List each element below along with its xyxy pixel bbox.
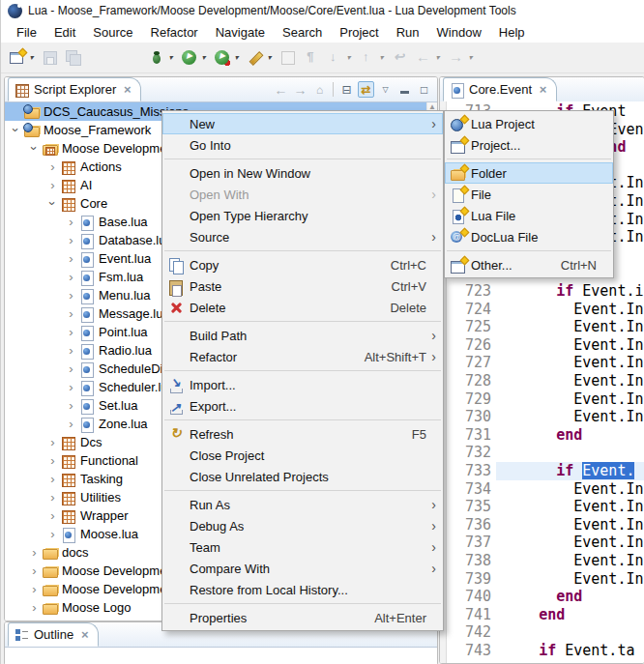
collapse-icon[interactable]: › (9, 123, 23, 137)
menu-item-source[interactable]: Source› (162, 226, 443, 247)
debug-button[interactable]: ▾ (146, 46, 177, 70)
menu-item-paste[interactable]: PasteCtrl+V (162, 275, 443, 297)
expand-icon[interactable]: › (64, 417, 78, 431)
menu-item-team[interactable]: Team› (162, 536, 443, 558)
code-line-725[interactable]: 725 Event.In (440, 318, 644, 336)
code-line-731[interactable]: 731 end (440, 426, 644, 445)
menubar-item-file[interactable]: File (8, 23, 45, 42)
code-line-726[interactable]: 726 Event.In (440, 336, 644, 355)
menu-item-export[interactable]: Export... (162, 395, 443, 417)
menubar-item-edit[interactable]: Edit (45, 23, 84, 42)
expand-icon[interactable]: › (45, 178, 60, 192)
menubar-item-refactor[interactable]: Refactor (142, 23, 207, 42)
expand-icon[interactable]: › (64, 288, 78, 303)
tab-outline[interactable]: Outline (8, 622, 99, 647)
expand-icon[interactable]: › (45, 527, 60, 541)
menu-item-build-path[interactable]: Build Path› (162, 325, 443, 346)
expand-icon[interactable]: › (27, 619, 42, 621)
code-line-732[interactable]: 732 (440, 444, 644, 462)
code-line-735[interactable]: 735 Event.In (440, 498, 644, 516)
close-icon[interactable] (78, 627, 91, 642)
code-line-733[interactable]: 733 if Event. (440, 462, 644, 480)
new-wizard-button[interactable]: ▾ (7, 46, 38, 70)
menu-item-project[interactable]: Project... (445, 134, 613, 156)
expand-icon[interactable]: › (64, 233, 78, 247)
close-icon[interactable] (537, 82, 549, 97)
up-button[interactable]: ⌂ (311, 81, 328, 98)
expand-icon[interactable]: › (64, 270, 78, 284)
menu-item-copy[interactable]: CopyCtrl+C (162, 254, 443, 275)
code-line-739[interactable]: 739 Event.In (440, 570, 644, 589)
expand-icon[interactable]: › (64, 380, 78, 394)
code-line-740[interactable]: 740 end (440, 588, 644, 606)
close-icon[interactable] (121, 82, 133, 97)
code-line-727[interactable]: 727 Event.In (440, 354, 644, 372)
menu-item-doclua-file[interactable]: DocLua File (445, 226, 613, 247)
menu-item-open-type-hierarchy[interactable]: Open Type Hierarchy (162, 205, 443, 226)
menu-item-compare-with[interactable]: Compare With› (162, 558, 443, 579)
link-editor-button[interactable]: ⇄ (358, 81, 374, 98)
menu-item-lua-project[interactable]: Lua Project (445, 113, 613, 134)
minimize-button[interactable] (396, 81, 413, 98)
menubar-item-source[interactable]: Source (84, 23, 141, 42)
menu-item-lua-file[interactable]: Lua File (445, 205, 613, 226)
menu-item-file[interactable]: File (445, 184, 613, 205)
code-line-742[interactable]: 742 (440, 623, 644, 642)
expand-icon[interactable]: › (64, 306, 78, 321)
expand-icon[interactable]: › (64, 215, 78, 229)
expand-icon[interactable]: › (64, 251, 78, 266)
menu-item-refactor[interactable]: RefactorAlt+Shift+T› (162, 346, 443, 367)
code-line-734[interactable]: 734 Event.In (440, 480, 644, 499)
expand-icon[interactable]: › (27, 600, 42, 615)
code-line-736[interactable]: 736 Event.In (440, 516, 644, 534)
expand-icon[interactable]: › (64, 325, 78, 339)
menu-item-import[interactable]: Import... (162, 374, 443, 395)
menu-item-go-into[interactable]: Go Into (162, 134, 443, 156)
dropdown-arrow-icon[interactable]: ▾ (232, 53, 241, 62)
menu-item-folder[interactable]: Folder (445, 162, 613, 184)
collapse-icon[interactable]: › (45, 196, 60, 211)
menubar-item-window[interactable]: Window (428, 23, 490, 42)
expand-icon[interactable]: › (27, 582, 42, 596)
code-line-741[interactable]: 741 end (440, 606, 644, 624)
expand-icon[interactable]: › (45, 472, 60, 486)
code-line-728[interactable]: 728 Event.In (440, 372, 644, 390)
run-external-button[interactable]: ▾ (212, 46, 243, 70)
code-line-738[interactable]: 738 Event.In (440, 552, 644, 570)
code-line-729[interactable]: 729 Event.In (440, 390, 644, 409)
code-line-743[interactable]: 743 if Event.ta (440, 642, 644, 660)
dropdown-arrow-icon[interactable]: ▾ (27, 53, 36, 62)
menu-item-properties[interactable]: PropertiesAlt+Enter (162, 607, 443, 628)
expand-icon[interactable]: › (27, 563, 42, 578)
tab-script-explorer[interactable]: Script Explorer (8, 77, 141, 101)
menubar-item-search[interactable]: Search (274, 23, 331, 42)
menu-item-debug-as[interactable]: Debug As› (162, 515, 443, 536)
tab-core-event[interactable]: Core.Event (443, 77, 557, 101)
menu-item-new[interactable]: New› (162, 113, 443, 134)
collapse-all-button[interactable]: ⊟ (338, 81, 355, 98)
menu-item-refresh[interactable]: RefreshF5 (162, 423, 443, 445)
code-line-737[interactable]: 737 Event.In (440, 534, 644, 552)
open-task-button[interactable]: ▾ (245, 46, 276, 70)
menu-item-other[interactable]: Other...Ctrl+N (445, 254, 613, 275)
expand-icon[interactable]: › (64, 361, 78, 376)
menu-item-open-in-new-window[interactable]: Open in New Window (162, 162, 443, 184)
menubar-item-navigate[interactable]: Navigate (207, 23, 274, 42)
expand-icon[interactable]: › (45, 453, 60, 468)
expand-icon[interactable]: › (45, 435, 60, 449)
expand-icon[interactable]: › (45, 508, 60, 523)
expand-icon[interactable]: › (45, 159, 60, 174)
dropdown-arrow-icon[interactable]: ▾ (265, 53, 274, 62)
maximize-button[interactable]: □ (416, 81, 432, 98)
menubar-item-help[interactable]: Help (490, 23, 534, 42)
code-line-724[interactable]: 724 Event.In (440, 301, 644, 319)
code-line-730[interactable]: 730 Event.In (440, 408, 644, 426)
collapse-icon[interactable]: › (27, 141, 42, 156)
menu-item-delete[interactable]: DeleteDelete (162, 297, 443, 318)
menu-item-close-project[interactable]: Close Project (162, 445, 443, 466)
menubar-item-run[interactable]: Run (388, 23, 428, 42)
expand-icon[interactable]: › (64, 398, 78, 413)
view-menu-button[interactable]: ▽ (377, 81, 394, 98)
run-button[interactable]: ▾ (179, 46, 210, 70)
menubar-item-project[interactable]: Project (331, 23, 387, 42)
